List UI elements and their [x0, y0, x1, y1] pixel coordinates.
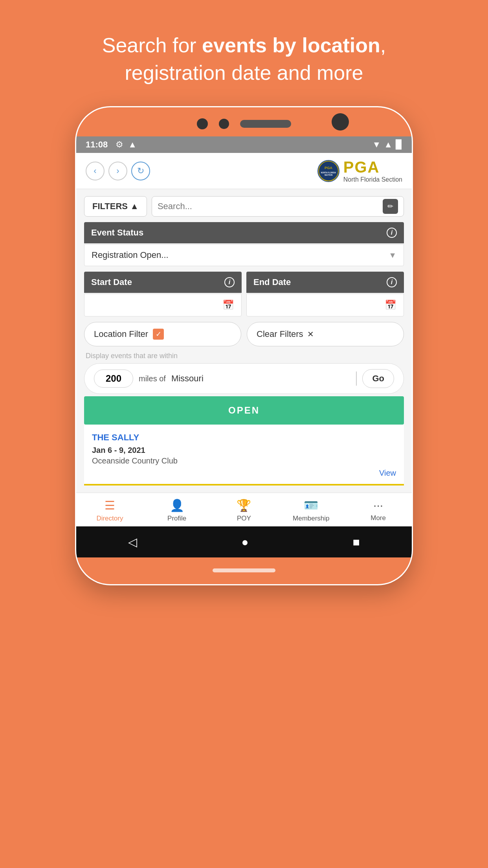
refresh-icon: ↻ — [137, 166, 144, 176]
event-title: THE SALLY — [92, 432, 396, 443]
settings-icon: ⚙ — [116, 140, 123, 150]
svg-text:NORTH FLORIDA: NORTH FLORIDA — [321, 171, 336, 173]
event-dates: Jan 6 - 9, 2021 — [92, 446, 396, 455]
miles-label: miles of — [139, 374, 166, 383]
hero-line2: registration date and more — [125, 61, 363, 84]
hero-line1-bold: events by location — [202, 34, 380, 57]
clear-filters-icon: ✕ — [307, 329, 314, 339]
forward-icon: › — [116, 166, 119, 176]
go-button[interactable]: Go — [362, 369, 394, 388]
hero-line1-normal: Search for — [102, 34, 202, 57]
start-date-col: Start Date i 📅 — [84, 272, 242, 316]
back-button[interactable]: ‹ — [86, 162, 105, 180]
event-venue: Oceanside Country Club — [92, 456, 396, 465]
pga-label: PGA — [343, 158, 402, 176]
svg-point-0 — [319, 161, 338, 181]
start-date-calendar-icon[interactable]: 📅 — [222, 300, 234, 311]
location-filter-label: Location Filter — [94, 329, 148, 339]
location-row: miles of Go — [84, 363, 404, 394]
divider — [356, 371, 357, 386]
open-label: OPEN — [228, 405, 260, 416]
nav-item-more[interactable]: ··· More — [345, 493, 412, 526]
end-date-info-icon[interactable]: i — [387, 277, 397, 287]
event-status-section: Event Status i Registration Open... ▼ — [84, 222, 404, 266]
android-home-icon[interactable]: ● — [241, 535, 248, 549]
location-filter-checkbox[interactable]: ✓ — [153, 329, 164, 340]
app-navbar: ‹ › ↻ PGA NORTH FLORIDA SECTION PGA Nort… — [76, 153, 412, 189]
search-input[interactable] — [158, 201, 383, 211]
android-nav: ◁ ● ■ — [76, 526, 412, 557]
poy-icon: 🏆 — [237, 498, 251, 512]
pga-badge: PGA NORTH FLORIDA SECTION — [317, 160, 339, 182]
clear-filters-button[interactable]: Clear Filters ✕ — [247, 322, 404, 346]
event-status-header: Event Status i — [84, 222, 404, 243]
phone-bottom — [76, 557, 412, 584]
distance-section: Display events that are within miles of … — [84, 352, 404, 394]
start-date-label: Start Date — [91, 277, 132, 287]
filter-buttons-row: Location Filter ✓ Clear Filters ✕ — [84, 322, 404, 346]
checkmark-icon: ✓ — [156, 330, 161, 338]
end-date-calendar-icon[interactable]: 📅 — [385, 300, 396, 311]
phone-top-notch — [76, 107, 412, 136]
event-card: THE SALLY Jan 6 - 9, 2021 Oceanside Coun… — [84, 425, 404, 485]
wifi-icon: ▼ — [372, 140, 381, 150]
event-status-select[interactable]: Registration Open... ▼ — [84, 244, 404, 266]
nav-item-profile[interactable]: 👤 Profile — [143, 493, 211, 526]
event-status-value: Registration Open... — [92, 250, 169, 260]
back-icon: ‹ — [94, 166, 96, 176]
nav-item-membership[interactable]: 🪪 Membership — [277, 493, 345, 526]
profile-icon: 👤 — [170, 498, 184, 512]
home-pill — [213, 568, 275, 572]
hero-line1-end: , — [380, 34, 386, 57]
bottom-nav: ☰ Directory 👤 Profile 🏆 POY 🪪 Membership… — [76, 493, 412, 526]
open-button[interactable]: OPEN — [84, 396, 404, 425]
event-view-link[interactable]: View — [92, 469, 396, 478]
camera-front — [332, 113, 349, 131]
app-content: FILTERS ▲ ✏ Event Status i Registration … — [76, 189, 412, 493]
date-row: Start Date i 📅 End Date i 📅 — [84, 272, 404, 316]
location-input[interactable] — [171, 373, 351, 384]
refresh-button[interactable]: ↻ — [131, 162, 150, 180]
end-date-input[interactable]: 📅 — [246, 294, 404, 316]
signal-icons: ▼ ▲ ▉ — [372, 140, 402, 150]
end-date-header: End Date i — [246, 272, 404, 293]
clear-filters-label: Clear Filters — [257, 329, 303, 339]
membership-icon: 🪪 — [304, 498, 318, 512]
start-date-input[interactable]: 📅 — [84, 294, 242, 316]
end-date-label: End Date — [253, 277, 291, 287]
android-back-icon[interactable]: ◁ — [128, 535, 137, 549]
search-bar[interactable]: ✏ — [152, 196, 404, 217]
forward-button[interactable]: › — [108, 162, 127, 180]
miles-input[interactable] — [94, 370, 133, 388]
directory-icon: ☰ — [105, 498, 115, 512]
status-time: 11:08 — [86, 140, 108, 150]
filters-label: FILTERS ▲ — [92, 201, 139, 211]
membership-label: Membership — [293, 515, 330, 522]
location-filter-button[interactable]: Location Filter ✓ — [84, 322, 241, 346]
start-date-info-icon[interactable]: i — [224, 277, 235, 287]
directory-label: Directory — [96, 515, 123, 522]
end-date-col: End Date i 📅 — [246, 272, 404, 316]
section-label: North Florida Section — [343, 176, 402, 183]
event-status-label: Event Status — [91, 228, 143, 238]
android-recents-icon[interactable]: ■ — [352, 535, 360, 549]
battery-icon: ▉ — [396, 140, 402, 150]
hero-section: Search for events by location, registrat… — [79, 31, 409, 86]
phone-shell: 11:08 ⚙ ▲ ▼ ▲ ▉ ‹ › ↻ PGA NORTH FLORIDA — [75, 106, 413, 585]
svg-text:PGA: PGA — [325, 166, 332, 170]
svg-text:SECTION: SECTION — [324, 174, 332, 176]
notification-icon: ▲ — [128, 140, 137, 150]
nav-item-poy[interactable]: 🏆 POY — [211, 493, 278, 526]
display-label: Display events that are within — [84, 352, 404, 360]
cell-signal-icon: ▲ — [384, 140, 393, 150]
search-edit-button[interactable]: ✏ — [383, 199, 398, 214]
more-label: More — [371, 514, 386, 522]
event-status-info-icon[interactable]: i — [387, 228, 397, 238]
filters-bar: FILTERS ▲ ✏ — [84, 196, 404, 217]
filters-button[interactable]: FILTERS ▲ — [84, 196, 147, 217]
edit-icon: ✏ — [387, 202, 393, 210]
nav-item-directory[interactable]: ☰ Directory — [76, 493, 143, 526]
chevron-down-icon: ▼ — [389, 251, 396, 260]
camera-dot-right — [219, 119, 229, 129]
go-label: Go — [372, 373, 384, 383]
